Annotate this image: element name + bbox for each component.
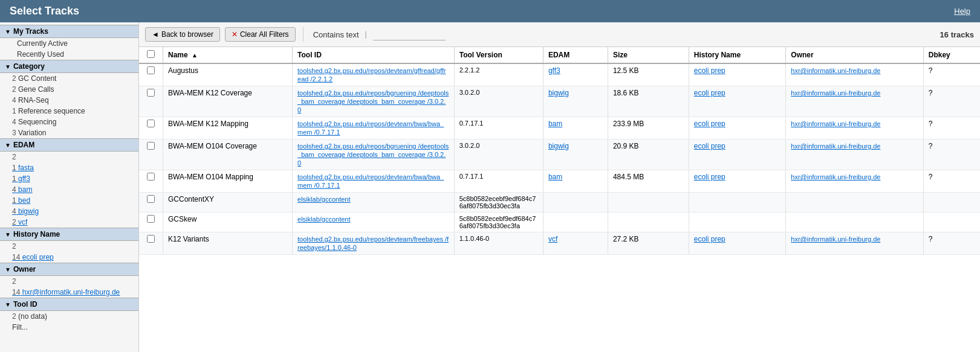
sidebar-item-history-2[interactable]: 2 [0,241,138,252]
row-history-link[interactable]: ecoli prep [694,89,725,97]
sidebar-item-sequencing[interactable]: 4 Sequencing [0,117,138,127]
help-link[interactable]: Help [954,7,970,16]
column-header-name[interactable]: Name ▲ [163,47,292,63]
row-owner-link[interactable]: hxr@informatik.uni-freiburg.de [791,173,880,181]
row-edam-link[interactable]: bigwig [548,89,569,97]
row-owner-link[interactable]: hxr@informatik.uni-freiburg.de [791,89,880,97]
sidebar-item-gc-content[interactable]: 2 GC Content [0,73,138,84]
sidebar-item-edam-vcf[interactable]: 2 vcf [0,217,138,228]
row-history-link[interactable]: ecoli prep [694,235,725,243]
row-tool-id-link[interactable]: toolshed.g2.bx.psu.edu/repos/bgruening /… [297,89,449,114]
sidebar-item-edam-2[interactable]: 2 [0,152,138,162]
sidebar-item-edam-bigwig[interactable]: 4 bigwig [0,206,138,217]
row-name: BWA-MEM O104 Mapping [163,170,292,193]
row-checkbox[interactable] [147,195,155,203]
owner-items: 2 14 hxr@informatik.uni-freiburg.de [0,276,138,298]
row-checkbox[interactable] [147,173,155,181]
select-all-checkbox[interactable] [147,50,155,58]
row-checkbox[interactable] [147,142,155,150]
row-tool-id-link[interactable]: toolshed.g2.bx.psu.edu/repos/devteam/gff… [297,67,446,83]
row-tool-id-link[interactable]: toolshed.g2.bx.psu.edu/repos/devteam/bwa… [297,173,444,189]
tool-id-arrow-icon: ▼ [5,301,11,308]
row-tool-id-link[interactable]: toolshed.g2.bx.psu.edu/repos/bgruening /… [297,142,449,167]
row-checkbox-cell [139,213,163,232]
sidebar-item-variation[interactable]: 3 Variation [0,127,138,138]
contains-text-input[interactable] [373,28,446,40]
edam-items: 2 1 fasta 1 gff3 4 bam 1 bed 4 bigwig 2 … [0,152,138,228]
sidebar-item-owner-hxr[interactable]: 14 hxr@informatik.uni-freiburg.de [0,287,138,298]
sidebar-item-edam-gff3[interactable]: 1 gff3 [0,173,138,184]
table-row: Augustustoolshed.g2.bx.psu.edu/repos/dev… [139,63,980,86]
row-checkbox[interactable] [147,66,155,74]
column-header-size[interactable]: Size [608,47,689,63]
table-body: Augustustoolshed.g2.bx.psu.edu/repos/dev… [139,63,980,255]
row-checkbox[interactable] [147,215,155,223]
row-history-link[interactable]: ecoli prep [694,142,725,150]
column-header-tool-version[interactable]: Tool Version [454,47,543,63]
row-size: 233.9 MB [608,117,689,139]
sidebar-item-tool-id-filt[interactable]: Filt... [0,322,138,333]
row-checkbox[interactable] [147,235,155,243]
sidebar-item-edam-fasta[interactable]: 1 fasta [0,162,138,173]
sidebar-item-edam-bed[interactable]: 1 bed [0,195,138,206]
row-edam-link[interactable]: vcf [548,235,557,243]
table-row: K12 Variantstoolshed.g2.bx.psu.edu/repos… [139,232,980,255]
row-tool-id-link[interactable]: toolshed.g2.bx.psu.edu/repos/devteam/fre… [297,235,449,251]
back-to-browser-button[interactable]: ◄ Back to browser [145,27,220,42]
sidebar-section-owner[interactable]: ▼ Owner [0,263,138,276]
column-header-tool-id[interactable]: Tool ID [293,47,455,63]
row-dbkey [923,213,980,232]
sidebar-item-edam-bam[interactable]: 4 bam [0,184,138,195]
row-edam: vcf [543,232,608,255]
row-history-link[interactable]: ecoli prep [694,173,725,181]
toolbar-separator [303,27,303,42]
sidebar-item-recently-used[interactable]: Recently Used [0,49,138,60]
row-history-name [689,193,786,213]
row-edam-link[interactable]: bam [548,120,562,128]
sidebar-item-rna-seq[interactable]: 4 RNA-Seq [0,95,138,106]
column-header-owner[interactable]: Owner [786,47,923,63]
row-checkbox[interactable] [147,120,155,127]
row-edam [543,193,608,213]
sidebar-section-category[interactable]: ▼ Category [0,60,138,73]
tool-id-items: 2 (no data) Filt... [0,311,138,333]
column-header-edam[interactable]: EDAM [543,47,608,63]
row-tool-id-link[interactable]: toolshed.g2.bx.psu.edu/repos/devteam/bwa… [297,120,444,136]
sidebar-section-edam[interactable]: ▼ EDAM [0,138,138,152]
row-tool-id-link[interactable]: elsiklab/gccontent [297,216,350,223]
row-checkbox-cell [139,170,163,193]
row-tool-id-link[interactable]: elsiklab/gccontent [297,196,350,203]
row-tool-id: toolshed.g2.bx.psu.edu/repos/devteam/fre… [293,232,455,255]
row-edam-link[interactable]: bigwig [548,142,569,150]
row-owner-link[interactable]: hxr@informatik.uni-freiburg.de [791,142,880,150]
sidebar-section-tool-id[interactable]: ▼ Tool ID [0,298,138,311]
column-header-history-name[interactable]: History Name [689,47,786,63]
sidebar-item-reference-sequence[interactable]: 1 Reference sequence [0,106,138,117]
row-checkbox[interactable] [147,89,155,97]
row-owner-link[interactable]: hxr@informatik.uni-freiburg.de [791,67,880,74]
row-owner-link[interactable]: hxr@informatik.uni-freiburg.de [791,235,880,243]
sidebar-item-tool-id-no-data[interactable]: 2 (no data) [0,311,138,322]
track-count-label: 16 tracks [940,30,974,39]
sidebar-item-ecoli-prep[interactable]: 14 ecoli prep [0,252,138,263]
sidebar-item-gene-calls[interactable]: 2 Gene Calls [0,84,138,95]
row-size: 12.5 KB [608,63,689,86]
sidebar-item-currently-active[interactable]: Currently Active [0,38,138,49]
contains-text-label: Contains text [313,30,359,39]
column-header-checkbox[interactable] [139,47,163,63]
row-size: 27.2 KB [608,232,689,255]
clear-all-filters-button[interactable]: ✕ Clear All Filters [225,27,296,42]
row-dbkey: ? [923,63,980,86]
row-owner-link[interactable]: hxr@informatik.uni-freiburg.de [791,120,880,127]
row-edam-link[interactable]: bam [548,173,562,181]
row-history-link[interactable]: ecoli prep [694,66,725,75]
sidebar-item-owner-2[interactable]: 2 [0,276,138,287]
row-history-link[interactable]: ecoli prep [694,120,725,128]
row-edam-link[interactable]: gff3 [548,66,560,75]
sidebar-section-history-name[interactable]: ▼ History Name [0,228,138,241]
column-header-dbkey[interactable]: Dbkey [923,47,980,63]
sidebar-section-my-tracks[interactable]: ▼ My Tracks [0,25,138,38]
row-size [608,193,689,213]
row-tool-id: elsiklab/gccontent [293,193,455,213]
row-dbkey: ? [923,232,980,255]
